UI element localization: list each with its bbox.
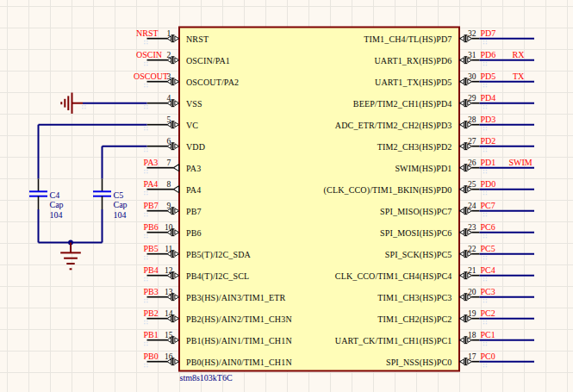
svg-text:Cap: Cap [50,200,64,209]
svg-text:25: 25 [468,180,476,189]
svg-text:PB1(HS)/AIN1/TIM1_CH1N: PB1(HS)/AIN1/TIM1_CH1N [186,336,292,346]
svg-text:104: 104 [114,210,127,220]
svg-text:TIM1_CH2(HS)PC2: TIM1_CH2(HS)PC2 [377,314,452,325]
svg-text:PB5: PB5 [144,244,159,253]
svg-text:PB1: PB1 [144,330,159,339]
svg-text:21: 21 [468,266,476,275]
svg-text:VSS: VSS [186,99,202,109]
svg-text:7: 7 [166,159,171,167]
svg-text:stm8s103kT6C: stm8s103kT6C [180,373,233,383]
svg-text:PD2: PD2 [481,136,496,146]
svg-text:(CLK_CCO)/TIM1_BKIN(HS)PD0: (CLK_CCO)/TIM1_BKIN(HS)PD0 [324,185,452,196]
svg-text:2: 2 [166,51,171,59]
svg-text:PC6: PC6 [481,222,495,232]
svg-text:8: 8 [166,180,171,189]
svg-text:24: 24 [468,202,476,210]
svg-text:16: 16 [165,352,173,361]
svg-text:11: 11 [165,245,172,253]
svg-text:SWIM: SWIM [509,158,533,167]
svg-text:PB5(T)/I2C_SDA: PB5(T)/I2C_SDA [186,250,252,260]
svg-text:PB2(HS)/AIN2/TIM1_CH3N: PB2(HS)/AIN2/TIM1_CH3N [186,314,292,325]
svg-text:RX: RX [513,50,526,59]
svg-text:PB0: PB0 [144,352,159,361]
svg-text:31: 31 [468,51,476,59]
svg-text:PA3: PA3 [144,158,159,167]
svg-text:PC0: PC0 [481,352,495,361]
svg-text:SPI_SCK(HS)PC5: SPI_SCK(HS)PC5 [385,250,452,260]
svg-text:4: 4 [166,94,171,103]
svg-text:104: 104 [50,210,63,220]
svg-text:PD6: PD6 [481,50,496,59]
svg-text:VDD: VDD [186,142,205,152]
svg-text:32: 32 [468,29,476,38]
svg-text:PB3: PB3 [144,287,159,296]
svg-text:PB7: PB7 [144,201,159,210]
svg-text:SPI_MOSI(HS)PC6: SPI_MOSI(HS)PC6 [380,228,452,239]
svg-text:PD0: PD0 [481,179,496,189]
svg-text:OSCOUT: OSCOUT [134,72,168,81]
svg-text:9: 9 [166,202,171,210]
svg-text:PC7: PC7 [481,201,495,210]
svg-text:NRST: NRST [136,28,159,38]
svg-text:PB7: PB7 [186,207,202,216]
svg-text:VC: VC [186,121,198,130]
svg-text:SWIM(HS)PD1: SWIM(HS)PD1 [395,164,452,174]
svg-text:PB4: PB4 [144,265,159,275]
svg-text:TIM1_CH4/TL(HS)PD7: TIM1_CH4/TL(HS)PD7 [364,34,452,45]
svg-text:PB6: PB6 [186,228,202,238]
svg-text:20: 20 [468,288,476,296]
svg-text:28: 28 [468,115,476,124]
svg-text:PD4: PD4 [481,93,496,103]
svg-text:PB3(HS)/AIN3/TIM1_ETR: PB3(HS)/AIN3/TIM1_ETR [186,293,286,303]
svg-text:17: 17 [468,352,476,361]
svg-text:TX: TX [513,72,525,81]
svg-text:PD7: PD7 [481,28,496,38]
svg-text:CLK_CCO/TIM1_CH4(HS)PC4: CLK_CCO/TIM1_CH4(HS)PC4 [335,271,452,282]
svg-text:22: 22 [468,245,476,253]
svg-text:14: 14 [165,309,173,318]
svg-text:18: 18 [468,331,476,339]
svg-text:23: 23 [468,223,476,232]
svg-text:1: 1 [166,29,171,38]
svg-text:29: 29 [468,94,476,103]
svg-text:15: 15 [165,331,173,339]
svg-text:13: 13 [165,288,173,296]
svg-text:NRST: NRST [186,34,209,44]
svg-text:C5: C5 [114,190,124,200]
svg-text:UART1_TX(HS)PD5: UART1_TX(HS)PD5 [375,78,452,88]
svg-text:PD3: PD3 [481,115,496,124]
svg-text:PB0(HS)/AIN0/TIM1_CH1N: PB0(HS)/AIN0/TIM1_CH1N [186,358,292,368]
svg-text:PB4(T)/I2C_SCL: PB4(T)/I2C_SCL [186,271,249,282]
svg-text:PC1: PC1 [481,330,495,339]
svg-text:OSCIN/PA1: OSCIN/PA1 [186,56,230,65]
svg-text:PA4: PA4 [144,179,159,189]
svg-text:OSCIN: OSCIN [136,50,162,59]
svg-text:30: 30 [468,72,476,81]
svg-text:ADC_ETR/TIM2_CH2(HS)PD3: ADC_ETR/TIM2_CH2(HS)PD3 [335,121,452,131]
svg-text:6: 6 [166,137,171,146]
svg-text:PC2: PC2 [481,308,495,318]
svg-text:PD5: PD5 [481,72,496,81]
svg-text:26: 26 [468,159,476,167]
svg-text:UART_CK/TIM1_CH1(HS)PC1: UART_CK/TIM1_CH1(HS)PC1 [335,336,452,346]
svg-text:PC4: PC4 [481,265,495,275]
svg-text:C4: C4 [50,190,60,200]
svg-text:PC3: PC3 [481,287,495,296]
svg-text:12: 12 [165,266,173,275]
svg-text:PB6: PB6 [144,222,159,232]
svg-text:5: 5 [166,115,171,124]
svg-text:BEEP/TIM2_CH1(HS)PD4: BEEP/TIM2_CH1(HS)PD4 [353,99,452,109]
svg-text:PA4: PA4 [186,185,201,195]
svg-text:SPI_MISO(HS)PC7: SPI_MISO(HS)PC7 [380,207,452,217]
svg-text:PA3: PA3 [186,164,201,173]
svg-text:OSCOUT/PA2: OSCOUT/PA2 [186,78,239,87]
svg-text:PC5: PC5 [481,244,495,253]
svg-text:PD1: PD1 [481,158,496,167]
svg-text:SPI_NSS(HS)PC0: SPI_NSS(HS)PC0 [386,358,452,368]
svg-text:TIM1_CH3(HS)PC3: TIM1_CH3(HS)PC3 [377,293,452,303]
svg-text:Cap: Cap [114,200,128,209]
svg-text:27: 27 [468,137,476,146]
svg-text:10: 10 [165,223,173,232]
svg-text:PB2: PB2 [144,308,159,318]
svg-text:TIM2_CH3(HS)PD2: TIM2_CH3(HS)PD2 [377,142,452,152]
